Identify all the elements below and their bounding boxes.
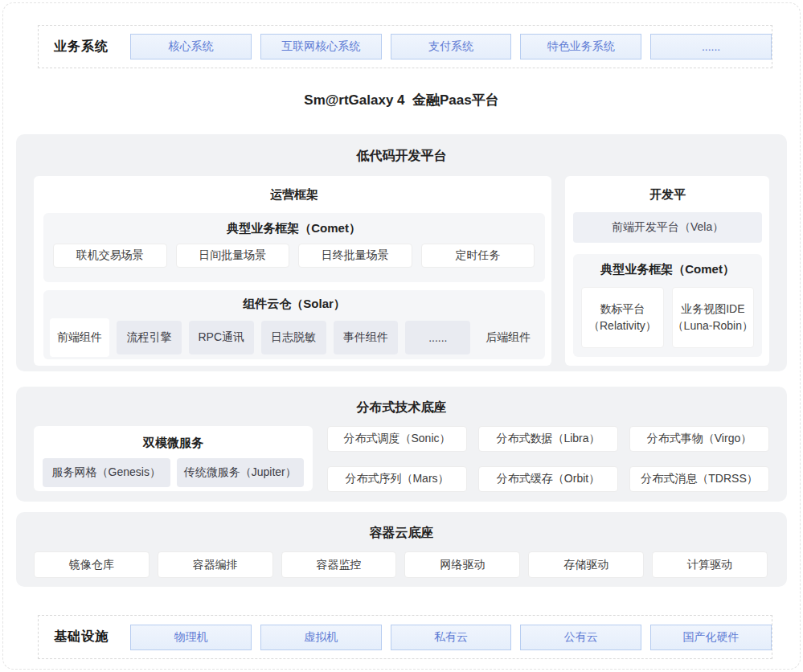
business-systems-label: 业务系统	[54, 39, 115, 55]
dev-tool-name: 数标平台	[600, 301, 645, 318]
dev-platform-card: 开发平 前端开发平台（Vela） 典型业务框架（Comet） 数标平台 （Rel…	[565, 176, 769, 366]
lowcode-platform-panel: 低代码开发平台 运营框架 典型业务框架（Comet） 联机交易场景日间批量场景日…	[16, 134, 787, 371]
comet-scenario-items: 联机交易场景日间批量场景日终批量场景定时任务	[53, 244, 535, 268]
solar-chip-strip: 流程引擎RPC通讯日志脱敏事件组件......	[117, 321, 470, 354]
solar-component-chip: RPC通讯	[189, 321, 254, 354]
distributed-service-box: 分布式调度（Sonic）	[327, 426, 467, 452]
operation-framework-card: 运营框架 典型业务框架（Comet） 联机交易场景日间批量场景日终批量场景定时任…	[34, 176, 551, 366]
business-system-box: 特色业务系统	[520, 34, 641, 59]
distributed-service-box: 分布式消息（TDRSS）	[629, 466, 769, 492]
dev-comet-title: 典型业务框架（Comet）	[581, 262, 754, 277]
vela-frontend-platform-chip: 前端开发平台（Vela）	[573, 212, 762, 243]
distributed-base-panel: 分布式技术底座 双模微服务 服务网格（Genesis）传统微服务（Jupiter…	[16, 387, 787, 502]
platform-title: Sm@rtGalaxy 4 金融Paas平台	[3, 91, 800, 110]
comet-framework-title: 典型业务框架（Comet）	[53, 221, 535, 236]
infrastructure-label: 基础设施	[54, 629, 115, 645]
solar-component-chip: 流程引擎	[117, 321, 182, 354]
business-system-box: 互联网核心系统	[260, 34, 382, 59]
dev-comet-panel: 典型业务框架（Comet） 数标平台 （Relativity） 业务视图IDE …	[573, 254, 762, 357]
dev-tool-card: 业务视图IDE （Luna-Robin）	[672, 287, 754, 348]
business-system-box: 核心系统	[130, 34, 252, 59]
microservice-chip: 服务网格（Genesis）	[43, 458, 170, 487]
infrastructure-row: 基础设施 物理机虚拟机私有云公有云国产化硬件	[38, 615, 772, 659]
solar-warehouse-title: 组件云仓（Solar）	[50, 297, 539, 312]
distributed-service-box: 分布式序列（Mars）	[327, 466, 467, 492]
operation-framework-title: 运营框架	[43, 187, 545, 203]
business-systems-items: 核心系统互联网核心系统支付系统特色业务系统......	[130, 34, 772, 59]
container-capability-box: 网络驱动	[404, 551, 520, 578]
lowcode-body: 运营框架 典型业务框架（Comet） 联机交易场景日间批量场景日终批量场景定时任…	[34, 176, 769, 366]
dual-mode-microservice-card: 双模微服务 服务网格（Genesis）传统微服务（Jupiter）	[34, 426, 313, 491]
solar-components-row: 前端组件 流程引擎RPC通讯日志脱敏事件组件...... 后端组件	[50, 318, 539, 357]
container-cloud-panel: 容器云底座 镜像仓库容器编排容器监控网络驱动存储驱动计算驱动	[16, 512, 787, 587]
container-cloud-cards: 镜像仓库容器编排容器监控网络驱动存储驱动计算驱动	[34, 551, 768, 578]
distributed-service-box: 分布式数据（Libra）	[478, 426, 618, 452]
distributed-service-box: 分布式事物（Virgo）	[629, 426, 769, 452]
dual-mode-title: 双模微服务	[40, 436, 306, 451]
infrastructure-box: 虚拟机	[260, 625, 382, 650]
solar-component-chip: 事件组件	[334, 321, 399, 354]
comet-scenario-box: 定时任务	[421, 244, 535, 268]
distributed-services-grid: 分布式调度（Sonic）分布式数据（Libra）分布式事物（Virgo）分布式序…	[327, 426, 769, 492]
dev-tool-codename: （Relativity）	[588, 318, 657, 334]
container-capability-box: 容器编排	[158, 551, 273, 578]
solar-component-chip: ......	[405, 321, 470, 354]
dev-platform-title: 开发平	[573, 187, 762, 203]
infrastructure-box: 公有云	[520, 625, 641, 650]
container-cloud-title: 容器云底座	[16, 525, 787, 542]
back-component-label: 后端组件	[477, 330, 539, 345]
lowcode-platform-title: 低代码开发平台	[16, 148, 787, 165]
comet-scenario-box: 日终批量场景	[298, 244, 412, 268]
dual-mode-chips: 服务网格（Genesis）传统微服务（Jupiter）	[40, 458, 306, 487]
container-capability-box: 镜像仓库	[34, 551, 150, 578]
dev-tool-codename: （Luna-Robin）	[673, 318, 753, 334]
front-component-box: 前端组件	[50, 318, 109, 357]
solar-warehouse-panel: 组件云仓（Solar） 前端组件 流程引擎RPC通讯日志脱敏事件组件......…	[43, 290, 545, 359]
distributed-service-box: 分布式缓存（Orbit）	[478, 466, 618, 492]
comet-scenario-box: 日间批量场景	[176, 244, 290, 268]
microservice-chip: 传统微服务（Jupiter）	[177, 458, 305, 487]
distributed-base-title: 分布式技术底座	[16, 400, 787, 416]
distributed-body: 双模微服务 服务网格（Genesis）传统微服务（Jupiter） 分布式调度（…	[34, 426, 769, 492]
infrastructure-items: 物理机虚拟机私有云公有云国产化硬件	[130, 625, 772, 650]
container-capability-box: 容器监控	[281, 551, 397, 578]
infrastructure-box: 物理机	[130, 625, 252, 650]
business-system-box: ......	[650, 34, 772, 59]
business-systems-row: 业务系统 核心系统互联网核心系统支付系统特色业务系统......	[38, 25, 772, 68]
comet-framework-panel: 典型业务框架（Comet） 联机交易场景日间批量场景日终批量场景定时任务	[43, 213, 545, 282]
infrastructure-box: 私有云	[391, 625, 512, 650]
business-system-box: 支付系统	[391, 34, 512, 59]
dev-tool-card: 数标平台 （Relativity）	[581, 287, 663, 348]
container-capability-box: 计算驱动	[652, 551, 768, 578]
container-capability-box: 存储驱动	[528, 551, 644, 578]
dev-tool-name: 业务视图IDE	[681, 301, 744, 318]
solar-component-chip: 日志脱敏	[261, 321, 326, 354]
infrastructure-box: 国产化硬件	[650, 625, 772, 650]
dev-comet-items: 数标平台 （Relativity） 业务视图IDE （Luna-Robin）	[581, 287, 754, 348]
comet-scenario-box: 联机交易场景	[53, 244, 167, 268]
architecture-diagram: 业务系统 核心系统互联网核心系统支付系统特色业务系统...... Sm@rtGa…	[2, 2, 801, 670]
